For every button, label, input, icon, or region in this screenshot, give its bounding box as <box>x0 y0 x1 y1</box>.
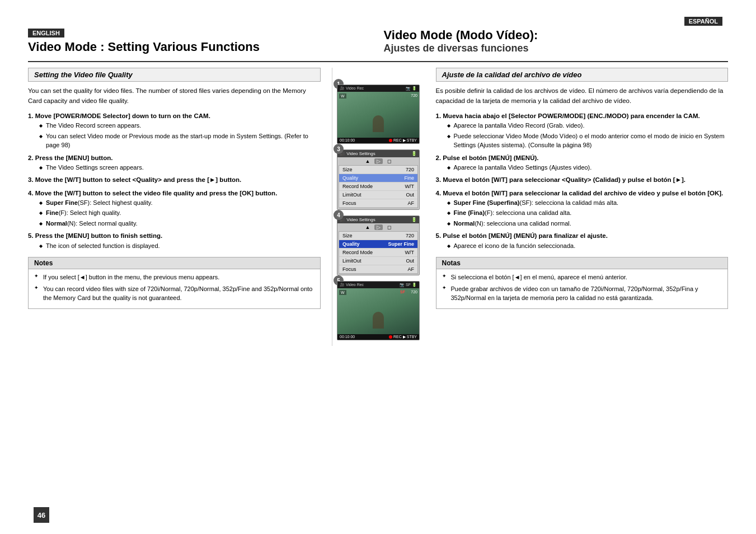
spanish-step-2: 2. Pulse el botón [MENÚ] (MENÚ). Aparece… <box>436 153 729 172</box>
cam-screen-5: 🎥 Video Rec 📷 SF 🔋 W 720 SF 00:10:00 REC… <box>337 281 420 340</box>
english-step-3: 3. Move the [W/T] button to select <Qual… <box>28 175 321 185</box>
images-column: 1 🎥 Video Rec 📷 🔋 W 720 00:10:00 RE <box>332 68 425 346</box>
image-5-wrapper: 5 🎥 Video Rec 📷 SF 🔋 W 720 SF 00:10:00 <box>337 281 420 340</box>
english-notes-header: Notes <box>29 257 320 269</box>
espanol-badge: ESPAÑOL <box>684 17 722 26</box>
page-title-es-line1: Video Mode (Modo Vídeo): <box>384 28 729 43</box>
menu-screen-4: 🎥 Video Settings 🔋 ▲ ▷ ◻ Size720 Quality… <box>337 216 420 275</box>
image-3-wrapper: 3 🎥 Video Settings 🔋 ▲ ▷ ◻ Size720 <box>337 149 420 210</box>
spanish-notes-box: Notas Si selecciona el botón [◄] en el m… <box>436 257 729 309</box>
spanish-intro: Es posible definir la calidad de los arc… <box>436 86 729 106</box>
spanish-step-4: 4. Mueva el botón [W/T] para seleccionar… <box>436 189 729 228</box>
spanish-notes-header: Notas <box>436 257 728 269</box>
spanish-column: Ajuste de la calidad del archivo de víde… <box>425 68 729 346</box>
english-step-1: 1. Move [POWER/MODE Selector] down to tu… <box>28 111 321 150</box>
spanish-step-1: 1. Mueva hacia abajo el [Selector POWER/… <box>436 111 729 150</box>
english-step-4: 4. Move the [W/T] button to select the v… <box>28 189 321 228</box>
image-4-wrapper: 4 🎥 Video Settings 🔋 ▲ ▷ ◻ Size720 <box>337 216 420 275</box>
english-notes-box: Notes If you select [◄] button in the me… <box>28 257 321 309</box>
spanish-notes-list: Si selecciona el botón [◄] en el menú, a… <box>442 273 722 303</box>
english-intro: You can set the quality for video files.… <box>28 86 321 106</box>
english-column: Setting the Video file Quality You can s… <box>28 68 332 346</box>
spanish-section-header: Ajuste de la calidad del archivo de víde… <box>436 68 729 82</box>
title-right: ESPAÑOL Video Mode (Modo Vídeo): Ajustes… <box>373 17 729 54</box>
menu-screen-3: 🎥 Video Settings 🔋 ▲ ▷ ◻ Size720 Quality… <box>337 149 420 210</box>
title-left: ENGLISH Video Mode : Setting Various Fun… <box>28 29 373 54</box>
english-step-5: 5. Press the [MENU] button to finish set… <box>28 231 321 250</box>
page-title-es-line2: Ajustes de diversas funciones <box>384 43 729 54</box>
page-number: 46 <box>34 507 49 523</box>
cam-screen-1: 🎥 Video Rec 📷 🔋 W 720 00:10:00 REC ▶ STB… <box>337 85 420 144</box>
page-title-en: Video Mode : Setting Various Functions <box>28 40 373 54</box>
spanish-step-5: 5. Pulse el botón [MENÚ] (MENÚ) para fin… <box>436 231 729 250</box>
spanish-step-3: 3. Mueva el botón [W/T] para seleccionar… <box>436 175 729 185</box>
english-step-2: 2. Press the [MENU] button. The Video Se… <box>28 153 321 172</box>
english-section-header: Setting the Video file Quality <box>28 68 321 82</box>
image-1-wrapper: 1 🎥 Video Rec 📷 🔋 W 720 00:10:00 RE <box>337 85 420 144</box>
english-badge: ENGLISH <box>28 29 64 38</box>
english-notes-list: If you select [◄] button in the menu, th… <box>34 273 314 303</box>
